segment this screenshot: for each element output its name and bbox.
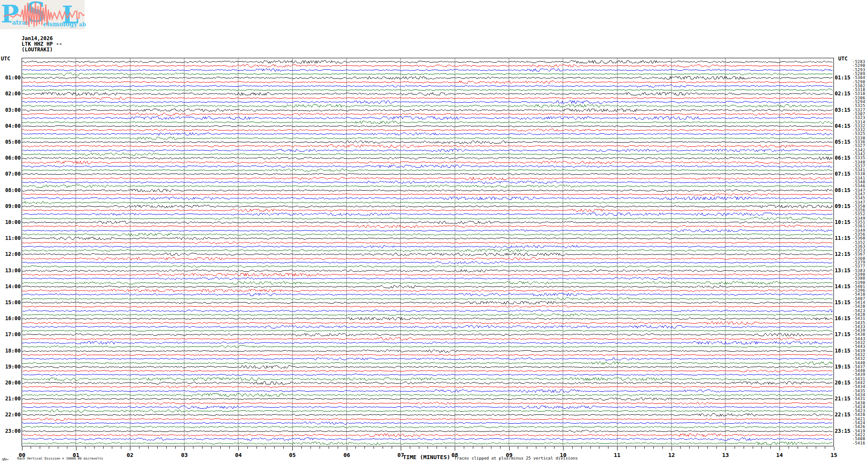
x-tick-minor — [599, 447, 599, 449]
x-tick-minor — [689, 447, 690, 449]
psl-logo: P atras S eismology L ab — [0, 0, 85, 29]
hour-label-left: 03:00 — [0, 107, 21, 113]
mini-waveform-icon — [2, 457, 10, 462]
x-tick-minor — [193, 447, 193, 449]
x-tick-minor — [229, 447, 230, 449]
x-tick-minor — [157, 447, 158, 449]
x-tick-minor — [374, 447, 374, 449]
x-tick-major — [455, 447, 455, 450]
x-tick-minor — [527, 447, 527, 449]
hour-label-right: 19:15 — [835, 364, 850, 370]
hour-label-left: 04:00 — [0, 123, 21, 129]
x-tick-minor — [545, 447, 545, 449]
x-tick-label: 02 — [124, 452, 136, 458]
hour-label-right: 02:15 — [835, 91, 850, 97]
hour-label-left: 01:00 — [0, 75, 21, 81]
x-tick-minor — [825, 447, 825, 449]
vertical-division-note: Each Vertical Division = 10000.00 microv… — [17, 457, 103, 460]
x-tick-label: 11 — [611, 452, 623, 458]
x-tick-label: 03 — [178, 452, 190, 458]
x-tick-major — [779, 447, 780, 450]
hour-label-left: 17:00 — [0, 331, 21, 337]
x-tick-major — [509, 447, 510, 450]
x-tick-minor — [473, 447, 473, 449]
x-tick-label: 06 — [341, 452, 353, 458]
hour-label-left: 15:00 — [0, 299, 21, 305]
hour-label-right: 08:15 — [835, 187, 850, 193]
x-tick-minor — [554, 447, 554, 449]
hour-label-left: 11:00 — [0, 235, 21, 241]
trace-offset-value: -5416 — [852, 441, 865, 445]
x-tick-minor — [626, 447, 627, 449]
utc-label-left: UTC — [1, 56, 10, 62]
x-tick-minor — [807, 447, 807, 449]
x-tick-minor — [355, 447, 356, 449]
x-tick-minor — [698, 447, 699, 449]
hour-label-left: 16:00 — [0, 315, 21, 321]
x-tick-major — [292, 447, 293, 450]
hour-label-left: 20:00 — [0, 380, 21, 386]
x-tick-minor — [211, 447, 212, 449]
utc-label-right: UTC — [838, 56, 848, 62]
x-tick-major — [22, 447, 22, 450]
x-tick-major — [238, 447, 239, 450]
hour-label-right: 06:15 — [835, 155, 850, 161]
x-tick-minor — [761, 447, 762, 449]
hour-label-right: 22:15 — [835, 412, 850, 418]
hour-label-left: 07:00 — [0, 171, 21, 177]
x-tick-minor — [265, 447, 266, 449]
x-tick-minor — [40, 447, 40, 449]
hour-label-right: 13:15 — [835, 268, 850, 274]
x-tick-minor — [392, 447, 392, 449]
x-tick-minor — [464, 447, 464, 449]
x-tick-minor — [500, 447, 501, 449]
hour-label-left: 18:00 — [0, 348, 21, 354]
x-tick-minor — [320, 447, 320, 449]
hour-label-right: 16:15 — [835, 315, 850, 321]
hour-label-right: 11:15 — [835, 235, 850, 241]
x-tick-major — [672, 447, 672, 450]
x-tick-minor — [166, 447, 167, 449]
x-tick-major — [401, 447, 401, 450]
x-tick-minor — [419, 447, 419, 449]
x-tick-minor — [518, 447, 518, 449]
x-tick-label: 14 — [773, 452, 786, 458]
x-tick-minor — [364, 447, 365, 449]
x-tick-minor — [770, 447, 771, 449]
x-tick-minor — [437, 447, 437, 449]
x-tick-label: 12 — [665, 452, 678, 458]
hour-label-right: 03:15 — [835, 107, 850, 113]
x-tick-label: 04 — [232, 452, 244, 458]
x-tick-minor — [410, 447, 410, 449]
x-tick-minor — [816, 447, 816, 449]
x-tick-minor — [202, 447, 203, 449]
x-tick-minor — [67, 447, 67, 449]
x-tick-minor — [753, 447, 753, 449]
hour-label-left: 21:00 — [0, 396, 21, 402]
hour-label-right: 04:15 — [835, 123, 850, 129]
hour-label-right: 12:15 — [835, 251, 850, 257]
x-tick-minor — [680, 447, 681, 449]
x-tick-minor — [175, 447, 176, 449]
x-tick-minor — [798, 447, 798, 449]
hour-label-left: 22:00 — [0, 412, 21, 418]
header-station: LTK HHZ HP -- — [22, 41, 62, 47]
hour-label-left: 10:00 — [0, 219, 21, 225]
x-tick-minor — [446, 447, 446, 449]
x-tick-minor — [707, 447, 708, 449]
x-tick-minor — [428, 447, 428, 449]
x-tick-minor — [247, 447, 248, 449]
x-tick-major — [834, 447, 834, 450]
hour-label-right: 10:15 — [835, 219, 850, 225]
hour-label-left: 09:00 — [0, 203, 21, 209]
x-tick-minor — [283, 447, 284, 449]
hour-label-right: 01:15 — [835, 75, 850, 81]
x-tick-minor — [716, 447, 717, 449]
x-tick-minor — [653, 447, 654, 449]
x-tick-minor — [338, 447, 338, 449]
x-tick-minor — [329, 447, 329, 449]
x-tick-minor — [662, 447, 663, 449]
x-tick-minor — [789, 447, 789, 449]
hour-label-left: 23:00 — [0, 428, 21, 434]
hour-label-left: 05:00 — [0, 139, 21, 145]
